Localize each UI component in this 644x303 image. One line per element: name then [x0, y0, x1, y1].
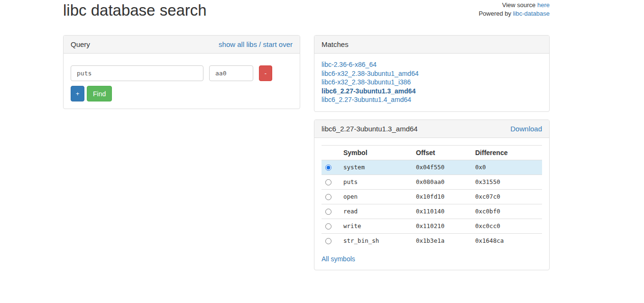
symbol-row[interactable]: write0x1102100xc0cc0 — [322, 219, 542, 233]
symbol-address-input[interactable] — [209, 65, 253, 81]
matches-panel: Matches libc-2.36-6-x86_64libc6-x32_2.38… — [314, 35, 550, 112]
offset-column-header: Offset — [412, 145, 471, 160]
query-panel-body: - + Find — [64, 54, 300, 109]
symbol-radio[interactable] — [325, 194, 331, 200]
remove-row-button[interactable]: - — [259, 65, 272, 81]
libc-detail-body: Symbol Offset Difference system0x04f5500… — [314, 138, 549, 270]
symbol-offset-cell: 0x110140 — [412, 204, 471, 219]
symbol-difference-cell: 0x31550 — [471, 174, 542, 189]
view-source-line: View source here — [478, 1, 550, 9]
libc-detail-heading: libc6_2.27-3ubuntu1.3_amd64 Download — [314, 120, 549, 138]
symbol-difference-cell: 0xc0bf0 — [471, 204, 542, 219]
match-link[interactable]: libc6-x32_2.38-3ubuntu1_amd64 — [322, 69, 542, 78]
symbol-offset-cell: 0x1b3e1a — [412, 233, 471, 248]
difference-column-header: Difference — [471, 145, 542, 160]
symbol-offset-cell: 0x080aa0 — [412, 174, 471, 189]
symbol-table: Symbol Offset Difference system0x04f5500… — [322, 145, 542, 248]
symbol-name-input[interactable] — [71, 65, 203, 81]
symbol-row[interactable]: str_bin_sh0x1b3e1a0x1648ca — [322, 233, 542, 248]
symbol-offset-cell: 0x10fd10 — [412, 189, 471, 204]
powered-by-line: Powered by libc-database — [478, 9, 550, 18]
matches-panel-heading: Matches — [314, 36, 549, 54]
symbol-radio[interactable] — [325, 179, 331, 185]
match-link[interactable]: libc6-x32_2.38-3ubuntu1_i386 — [322, 78, 542, 87]
symbol-difference-cell: 0x1648ca — [471, 233, 542, 248]
match-link[interactable]: libc-2.36-6-x86_64 — [322, 60, 542, 69]
topbar: libc database search View source here Po… — [63, 0, 550, 20]
view-source-prefix: View source — [502, 1, 537, 9]
symbol-radio-cell — [322, 160, 340, 174]
symbol-offset-cell: 0x110210 — [412, 219, 471, 233]
page: libc database search View source here Po… — [0, 0, 644, 303]
symbol-offset-cell: 0x04f550 — [412, 160, 471, 174]
symbol-radio[interactable] — [325, 223, 331, 230]
libc-detail-panel: libc6_2.27-3ubuntu1.3_amd64 Download Sym… — [314, 119, 550, 270]
show-all-libs-link[interactable]: show all libs — [219, 40, 257, 48]
symbol-column-header: Symbol — [340, 145, 412, 160]
source-info: View source here Powered by libc-databas… — [478, 0, 550, 18]
symbol-symbol-cell: read — [340, 204, 412, 219]
query-panel: Query show all libs / start over - + Fin… — [63, 35, 300, 109]
query-panel-title: Query — [71, 40, 90, 48]
match-link[interactable]: libc6_2.27-3ubuntu1.4_amd64 — [322, 95, 542, 104]
radio-column-header — [322, 145, 340, 160]
symbol-symbol-cell: write — [340, 219, 412, 233]
view-source-link[interactable]: here — [537, 1, 550, 9]
symbol-difference-cell: 0xc07c0 — [471, 189, 542, 204]
symbol-difference-cell: 0x0 — [471, 160, 542, 174]
symbol-radio-cell — [322, 233, 340, 248]
symbol-table-header-row: Symbol Offset Difference — [322, 145, 542, 160]
symbol-row[interactable]: puts0x080aa00x31550 — [322, 174, 542, 189]
symbol-difference-cell: 0xc0cc0 — [471, 219, 542, 233]
match-link[interactable]: libc6_2.27-3ubuntu1.3_amd64 — [322, 87, 542, 96]
matches-list: libc-2.36-6-x86_64libc6-x32_2.38-3ubuntu… — [314, 54, 549, 111]
symbol-radio-cell — [322, 189, 340, 204]
symbol-row[interactable]: read0x1101400xc0bf0 — [322, 204, 542, 219]
powered-by-prefix: Powered by — [478, 10, 513, 17]
query-heading-links: show all libs / start over — [219, 40, 293, 48]
symbol-table-body: system0x04f5500x0puts0x080aa00x31550open… — [322, 160, 542, 248]
powered-by-link[interactable]: libc-database — [513, 10, 550, 17]
all-symbols-link[interactable]: All symbols — [322, 255, 355, 263]
symbol-row[interactable]: open0x10fd100xc07c0 — [322, 189, 542, 204]
page-title: libc database search — [63, 1, 207, 20]
symbol-radio-cell — [322, 174, 340, 189]
query-panel-heading: Query show all libs / start over — [64, 36, 300, 54]
libc-detail-title: libc6_2.27-3ubuntu1.3_amd64 — [322, 125, 418, 133]
download-link[interactable]: Download — [510, 125, 542, 133]
symbol-radio[interactable] — [325, 209, 331, 215]
symbol-symbol-cell: open — [340, 189, 412, 204]
symbol-symbol-cell: puts — [340, 174, 412, 189]
add-row-button[interactable]: + — [71, 86, 84, 101]
symbol-symbol-cell: str_bin_sh — [340, 233, 412, 248]
start-over-link[interactable]: start over — [263, 40, 293, 48]
symbol-row[interactable]: system0x04f5500x0 — [322, 160, 542, 174]
find-button[interactable]: Find — [87, 86, 112, 101]
symbol-radio-cell — [322, 219, 340, 233]
symbol-symbol-cell: system — [340, 160, 412, 174]
symbol-radio[interactable] — [325, 165, 331, 171]
links-separator: / — [257, 40, 263, 48]
matches-panel-title: Matches — [322, 40, 349, 48]
symbol-radio-cell — [322, 204, 340, 219]
symbol-radio[interactable] — [325, 238, 331, 244]
